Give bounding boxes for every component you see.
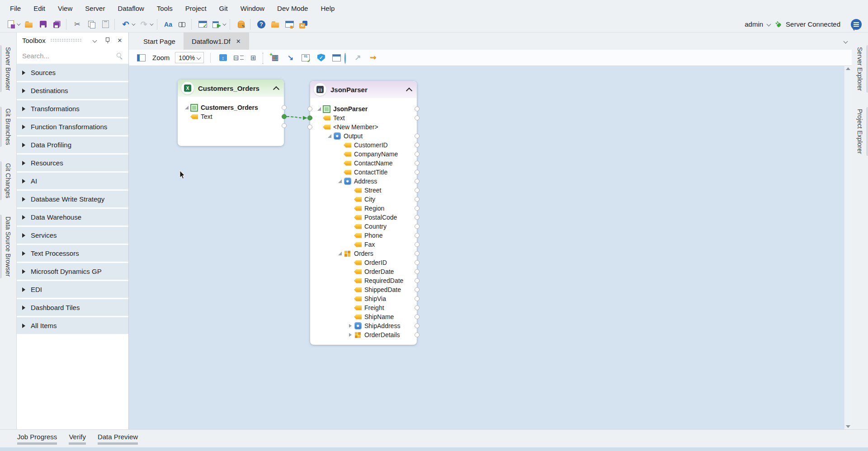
tree-expander-icon[interactable] <box>183 104 190 111</box>
output-port[interactable] <box>415 206 420 211</box>
save-all-icon[interactable] <box>51 19 66 30</box>
font-icon[interactable] <box>162 19 175 30</box>
menu-item[interactable]: Dev Mode <box>271 0 314 16</box>
output-port[interactable] <box>415 305 420 310</box>
bottom-panel-tab[interactable]: Data Preview <box>98 433 138 445</box>
copy-icon[interactable] <box>85 19 98 30</box>
node-json-parser[interactable]: JsonParser JsonParser <box>310 81 417 345</box>
preview-data-icon[interactable] <box>300 52 311 64</box>
output-port[interactable] <box>415 152 420 157</box>
tree-expander-icon[interactable] <box>336 178 344 184</box>
toolbox-category[interactable]: Data Profiling <box>17 136 128 153</box>
tree-row[interactable]: Country <box>310 222 417 231</box>
menu-item[interactable]: Dataflow <box>111 0 150 16</box>
dock-tab[interactable]: Server Explorer <box>856 42 863 96</box>
chevron-up-icon[interactable] <box>406 88 412 94</box>
tree-expander-icon[interactable] <box>346 314 354 320</box>
toolbox-category[interactable]: AI <box>17 173 128 189</box>
save-icon[interactable] <box>37 19 49 30</box>
collapse-nodes-icon[interactable] <box>232 52 244 64</box>
tree-row[interactable]: Freight <box>310 303 417 312</box>
tree-expander-icon[interactable] <box>336 250 344 257</box>
fit-node-icon[interactable] <box>217 52 229 64</box>
bottom-panel-tab[interactable]: Job Progress <box>17 433 57 445</box>
tree-row[interactable]: ShipVia <box>310 294 417 303</box>
tree-expander-icon[interactable] <box>346 296 354 302</box>
input-port[interactable] <box>307 107 312 112</box>
output-port[interactable] <box>415 324 420 329</box>
tree-row[interactable]: Text <box>310 113 417 122</box>
output-port[interactable] <box>415 260 420 265</box>
output-port[interactable] <box>415 269 420 274</box>
tree-expander-icon[interactable] <box>315 106 323 112</box>
menu-item[interactable]: Server <box>79 0 111 16</box>
add-grid-icon[interactable] <box>269 52 281 64</box>
tree-row[interactable]: City <box>310 195 417 204</box>
toolbox-category[interactable]: All Items <box>17 317 128 334</box>
output-port[interactable] <box>282 105 287 110</box>
dock-tab[interactable]: Git Branches <box>5 103 12 150</box>
tree-row[interactable]: OrderDetails <box>310 330 417 339</box>
toolbox-category[interactable]: EDI <box>17 281 128 298</box>
output-port[interactable] <box>415 233 420 238</box>
menu-item[interactable]: Project <box>179 0 213 16</box>
expand-nodes-icon[interactable] <box>248 52 259 64</box>
ai-assistant-icon[interactable] <box>297 19 310 30</box>
feedback-chat-icon[interactable] <box>851 19 862 30</box>
draw-link-icon[interactable] <box>284 52 296 64</box>
chevron-down-icon[interactable] <box>222 22 226 25</box>
tree-row[interactable]: ContactName <box>310 159 417 168</box>
tree-row[interactable]: Street <box>310 186 417 195</box>
paste-icon[interactable] <box>99 19 115 30</box>
tree-expander-icon[interactable] <box>183 113 190 120</box>
output-port[interactable] <box>415 188 420 193</box>
toolbox-category[interactable]: Sources <box>17 64 128 81</box>
menu-item[interactable]: Help <box>314 0 341 16</box>
search-icon[interactable] <box>116 52 123 59</box>
help-icon[interactable] <box>255 19 268 30</box>
tree-row[interactable]: Customers_Orders <box>178 103 284 112</box>
menu-item[interactable]: Window <box>234 0 271 16</box>
toolbox-category[interactable]: Resources <box>17 155 128 171</box>
dock-tab[interactable]: Project Explorer <box>856 103 863 160</box>
bottom-panel-tab[interactable]: Verify <box>69 433 86 445</box>
scroll-down-icon[interactable] <box>846 425 850 428</box>
tree-expander-icon[interactable] <box>346 305 354 311</box>
tree-expander-icon[interactable] <box>326 133 333 139</box>
verify-shield-icon[interactable] <box>315 52 327 64</box>
undo-icon[interactable] <box>119 19 136 30</box>
tree-expander-icon[interactable] <box>336 169 344 175</box>
tree-row[interactable]: Region <box>310 204 417 213</box>
database-edit-icon[interactable] <box>235 19 250 30</box>
dataflow-canvas[interactable]: Customers_Orders Customers_Orders <box>129 66 852 429</box>
tree-row[interactable]: <New Member> <box>310 122 417 132</box>
toolbox-search-input[interactable] <box>22 52 113 60</box>
output-port[interactable] <box>415 251 420 256</box>
dock-tab[interactable]: Data Source Browser <box>5 211 12 282</box>
output-port[interactable] <box>415 143 420 148</box>
output-port[interactable] <box>415 215 420 220</box>
resize-icon[interactable] <box>352 52 363 64</box>
tree-row[interactable]: RequiredDate <box>310 276 417 285</box>
tree-row[interactable]: PostalCode <box>310 213 417 222</box>
tree-row[interactable]: OrderID <box>310 258 417 267</box>
tree-row[interactable]: Fax <box>310 240 417 249</box>
menu-item[interactable]: View <box>52 0 79 16</box>
toolbox-category[interactable]: Text Processors <box>17 245 128 262</box>
chevron-down-icon[interactable] <box>92 38 97 42</box>
chevron-down-icon[interactable] <box>767 22 771 27</box>
zoom-dropdown[interactable]: 100% <box>175 52 204 63</box>
tree-row[interactable]: CompanyName <box>310 150 417 159</box>
output-port[interactable] <box>415 116 420 121</box>
reroute-icon[interactable] <box>367 52 379 64</box>
toolbox-category[interactable]: Services <box>17 227 128 244</box>
output-port[interactable] <box>415 179 420 184</box>
tree-row[interactable]: OrderDate <box>310 267 417 276</box>
new-dataflow-icon[interactable] <box>5 19 21 30</box>
tree-expander-icon[interactable] <box>346 223 354 230</box>
output-port[interactable] <box>415 170 420 175</box>
output-port[interactable] <box>415 278 420 283</box>
toolbox-category[interactable]: Database Write Strategy <box>17 191 128 207</box>
output-port[interactable] <box>415 287 420 292</box>
open-folder-icon[interactable] <box>23 19 35 30</box>
